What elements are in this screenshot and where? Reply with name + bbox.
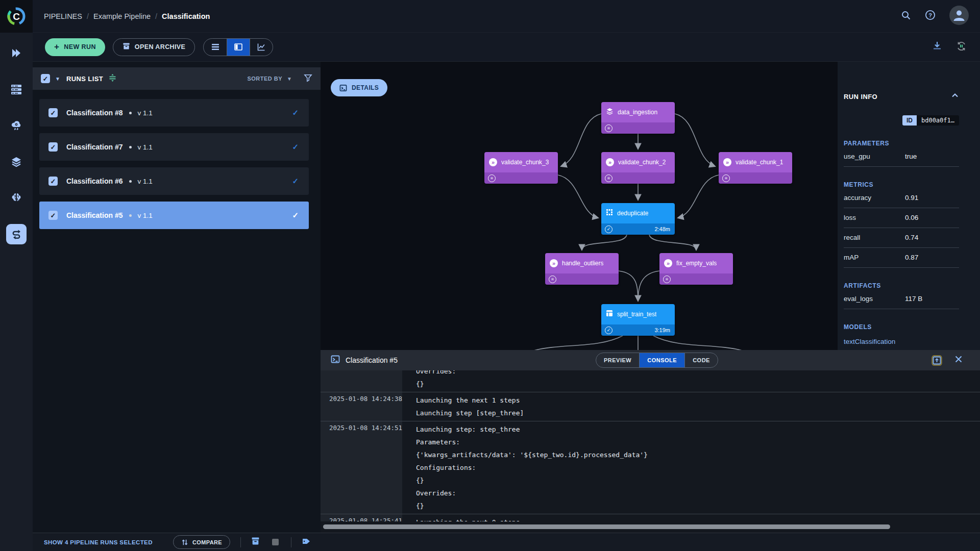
breadcrumb-project[interactable]: Example Pipeline [93,12,151,20]
close-panel-icon[interactable] [954,355,963,365]
auto-refresh-icon[interactable] [956,41,967,54]
collapse-panel-icon[interactable] [951,91,959,102]
node-duration: 2:48m [654,226,671,232]
dag-edges [321,62,838,350]
log-timestamp [321,370,402,392]
expand-panel-icon[interactable] [933,356,941,365]
info-value: 0.06 [905,214,918,221]
dag-node[interactable]: » validate_chunk_1 ≡ [719,152,792,184]
breadcrumb-separator: / [87,12,89,20]
run-id-value[interactable]: bd00a0f1… [917,115,959,126]
cloud-gear-icon [10,119,22,132]
info-value: 0.91 [905,194,918,202]
console-run-title: Classification #5 [346,356,398,364]
node-status-icon[interactable]: ≡ [663,276,671,283]
abort-icon[interactable] [272,539,279,545]
console-tab-preview[interactable]: PREVIEW [596,353,639,367]
node-label: validate_chunk_2 [618,159,666,166]
dag-node[interactable]: » validate_chunk_3 ≡ [484,152,558,184]
sidebar-item-projects[interactable] [6,43,27,63]
console-log[interactable]: Overrides:{} 2025-01-08 14:24:38 Launchi… [321,370,980,521]
run-list-item[interactable]: ✓ Classification #8 v 1.1 ✓ [39,99,309,127]
dag-edge [649,235,696,250]
brain-icon [10,192,22,204]
sidebar-item-applications[interactable] [6,115,27,136]
sorted-by-caret[interactable]: ▼ [287,76,292,82]
dag-node[interactable]: data_ingestion ≡ [601,102,675,134]
info-row: loss 0.06 [844,208,959,228]
node-status-icon[interactable]: ≡ [549,276,556,283]
id-badge: ID [902,115,917,126]
info-section-title: ARTIFACTS [844,282,959,289]
dag-node[interactable]: » fix_empty_vals ≡ [659,253,733,285]
user-avatar[interactable] [949,6,969,27]
dag-node[interactable]: » handle_outliers ≡ [545,253,619,285]
open-archive-button[interactable]: OPEN ARCHIVE [113,38,195,56]
dag-edge [675,114,715,166]
run-info-sections: PARAMETERS use_gpu true METRICS accuracy… [844,140,959,345]
console-scrollbar-thumb[interactable] [323,524,890,529]
node-type-icon [606,209,613,218]
split-view-button[interactable] [227,39,250,56]
dag-node[interactable]: split_train_test ✓ 3:19m [601,304,675,336]
run-checkbox[interactable]: ✓ [48,177,58,186]
log-line: Parameters: [416,436,980,448]
dag-node[interactable]: deduplicate ✓ 2:48m [601,203,675,235]
sidebar-item-workers-queues[interactable] [6,79,27,99]
run-info-panel: RUN INFO ID bd00a0f1… PARAMETERS use_gpu… [838,62,980,350]
run-checkbox[interactable]: ✓ [48,108,58,117]
node-status-icon[interactable]: ✓ [605,226,612,233]
resize-rows-icon[interactable] [108,73,117,84]
search-icon[interactable] [901,10,911,22]
download-icon[interactable] [932,41,942,53]
console-panel: Classification #5 PREVIEWCONSOLECODE Ove… [321,350,980,533]
log-timestamp: 2025-01-08 14:24:51 [321,421,402,514]
console-tab-console[interactable]: CONSOLE [639,353,684,367]
console-tab-code[interactable]: CODE [684,353,718,367]
compare-icon [181,539,188,546]
select-all-checkbox[interactable]: ✓ [41,74,50,83]
info-key: mAP [844,254,905,261]
run-status-check-icon: ✓ [292,108,299,117]
log-lines: Launching the next 1 stepsLaunching step… [402,392,980,421]
breadcrumb-pipelines[interactable]: PIPELINES [44,12,82,20]
node-status-icon[interactable]: ≡ [488,174,496,182]
selection-dropdown-caret[interactable]: ▼ [55,76,60,82]
run-list-item[interactable]: ✓ Classification #6 v 1.1 ✓ [39,167,309,195]
dag-node[interactable]: » validate_chunk_2 ≡ [601,152,675,184]
node-type-icon: » [606,158,614,166]
archive-action-icon[interactable] [251,537,260,547]
info-key: eval_logs [844,295,905,303]
node-status-icon[interactable]: ≡ [722,174,730,182]
console-scrollbar-track [321,524,980,530]
node-status-icon[interactable]: ≡ [605,124,612,132]
model-link[interactable]: textClassification [844,338,959,345]
dot-separator [129,146,132,148]
sidebar-item-datasets[interactable] [6,152,27,172]
sidebar-item-pipelines[interactable] [6,224,27,244]
clearml-logo[interactable]: C [0,0,33,33]
log-line: {} [416,378,980,390]
run-status-check-icon: ✓ [292,177,299,186]
node-status-icon[interactable]: ≡ [605,174,612,182]
breadcrumb-separator: / [155,12,157,20]
sidebar-item-models[interactable] [6,188,27,208]
log-timestamp: 2025-01-08 14:25:41 [321,514,402,521]
run-list-item[interactable]: ✓ Classification #7 v 1.1 ✓ [39,133,309,161]
run-checkbox[interactable]: ✓ [48,211,58,220]
tag-icon[interactable] [302,537,311,548]
table-view-button[interactable] [204,39,227,56]
details-button[interactable]: DETAILS [331,79,387,96]
node-label: handle_outliers [562,260,603,267]
chart-view-button[interactable] [250,39,273,56]
help-icon[interactable]: ? [925,10,936,22]
node-status-icon[interactable]: ✓ [605,327,612,334]
run-checkbox[interactable]: ✓ [48,142,58,152]
filter-icon[interactable] [304,73,312,84]
info-row: use_gpu true [844,147,959,167]
new-run-button[interactable]: + NEW RUN [45,38,105,56]
selection-count-label[interactable]: SHOW 4 PIPELINE RUNS SELECTED [44,539,153,545]
compare-button[interactable]: COMPARE [173,535,230,549]
run-list-item[interactable]: ✓ Classification #5 v 1.1 ✓ [39,202,309,229]
sorted-by-label[interactable]: SORTED BY [247,76,282,82]
